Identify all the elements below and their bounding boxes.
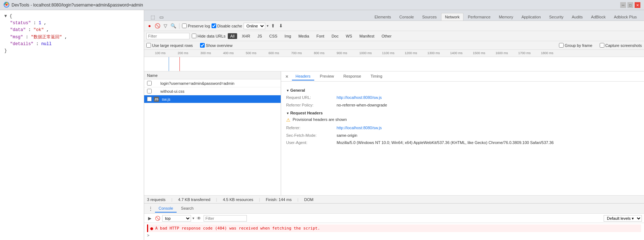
mark-700: 700 ms xyxy=(291,51,302,55)
options-bar: Use large request rows Show overview Gro… xyxy=(144,41,644,50)
filter-manifest-button[interactable]: Manifest xyxy=(357,33,377,39)
sec-fetch-value: same-origin xyxy=(337,132,639,139)
filter-other-button[interactable]: Other xyxy=(379,33,394,39)
filter-font-button[interactable]: Font xyxy=(314,33,327,39)
finish-time: Finish: 144 ms xyxy=(266,197,292,202)
req-checkbox-css[interactable] xyxy=(147,89,152,93)
json-msg-key: "msg" xyxy=(10,35,23,40)
tab-application[interactable]: Application xyxy=(518,13,545,21)
tab-audits[interactable]: Audits xyxy=(568,13,587,21)
json-collapse-toggle[interactable]: ▼ xyxy=(4,14,7,19)
log-level-select[interactable]: Default levels ▾ xyxy=(604,215,642,222)
filter-ws-button[interactable]: WS xyxy=(343,33,355,39)
request-item-swjs[interactable]: JS sw.js xyxy=(144,95,281,103)
console-tab-console[interactable]: Console xyxy=(155,205,177,213)
capture-screenshots-option[interactable]: Capture screenshots xyxy=(600,43,642,48)
referer-link[interactable]: http://localhost:8080/sw.js xyxy=(337,126,382,130)
console-filter-input[interactable] xyxy=(204,215,247,222)
transferred-size: 4.7 KB transferred xyxy=(178,197,210,202)
req-name-swjs: sw.js xyxy=(162,97,170,101)
requests-count: 3 requests xyxy=(147,197,165,202)
tab-performance[interactable]: Performance xyxy=(464,13,494,21)
filter-bar: Hide data URLs All XHR JS CSS Img Media … xyxy=(144,31,644,41)
filter-all-button[interactable]: All xyxy=(228,33,237,39)
hide-data-urls-input[interactable] xyxy=(192,34,196,38)
filter-input[interactable] xyxy=(146,33,190,39)
timeline-ruler: 100 ms 200 ms 300 ms 400 ms 500 ms 600 m… xyxy=(144,50,644,57)
filter-js-button[interactable]: JS xyxy=(255,33,265,39)
minimize-button[interactable]: ─ xyxy=(620,2,626,8)
tab-console[interactable]: Console xyxy=(395,13,418,21)
disable-cache-checkbox[interactable]: Disable cache xyxy=(212,23,242,28)
inspect-icon[interactable]: ⬚ xyxy=(149,13,156,21)
preserve-log-input[interactable] xyxy=(182,23,187,28)
search-button[interactable]: 🔍 xyxy=(170,23,177,29)
console-clear-button[interactable]: 🚫 xyxy=(154,215,161,222)
req-checkbox-login[interactable] xyxy=(147,81,152,86)
show-overview-label: Show overview xyxy=(206,43,232,48)
upload-button[interactable]: ⬆ xyxy=(270,23,276,29)
json-root: ▼ { xyxy=(4,13,139,20)
hide-data-urls-checkbox[interactable]: Hide data URLs xyxy=(192,34,226,38)
status-bar: 3 requests | 4.7 KB transferred | 4.5 KB… xyxy=(144,195,644,203)
device-icon[interactable]: ▭ xyxy=(158,13,165,21)
filter-icon-button[interactable]: ▽ xyxy=(162,23,169,29)
disable-cache-input[interactable] xyxy=(212,23,216,28)
filter-css-button[interactable]: CSS xyxy=(267,33,280,39)
large-rows-input[interactable] xyxy=(146,43,151,48)
tab-elements[interactable]: Elements xyxy=(370,13,395,21)
close-button[interactable]: ✕ xyxy=(635,2,640,8)
mark-1500: 1500 ms xyxy=(473,51,485,55)
download-button[interactable]: ⬇ xyxy=(278,23,284,29)
detail-tab-preview[interactable]: Preview xyxy=(316,73,338,80)
json-status-key: "status" xyxy=(10,21,31,26)
detail-close-button[interactable]: × xyxy=(284,74,290,79)
detail-tab-headers[interactable]: Headers xyxy=(292,73,314,80)
req-checkbox-swjs[interactable] xyxy=(147,97,152,101)
request-url-link[interactable]: http://localhost:8080/sw.js xyxy=(337,95,382,100)
capture-screenshots-input[interactable] xyxy=(600,43,604,48)
clear-button[interactable]: 🚫 xyxy=(154,23,161,29)
tab-adblock-plus[interactable]: Adblock Plus xyxy=(610,13,641,21)
tab-sources[interactable]: Sources xyxy=(418,13,440,21)
group-by-frame-input[interactable] xyxy=(559,43,564,48)
console-execute-button[interactable]: ▶ xyxy=(146,215,153,222)
tab-network[interactable]: Network xyxy=(441,13,463,21)
filter-xhr-button[interactable]: XHR xyxy=(239,33,253,39)
json-status-row: "status" : 1 , xyxy=(10,20,139,27)
filter-img-button[interactable]: Img xyxy=(282,33,294,39)
json-msg-value: "数据正常返回" xyxy=(31,35,62,40)
throttle-arrow: ▾ xyxy=(267,24,268,28)
context-arrow[interactable]: ▾ xyxy=(192,216,194,220)
console-eye-button[interactable]: 👁 xyxy=(196,215,202,222)
console-error-row: ● A bad HTTP response code (404) was rec… xyxy=(147,224,641,232)
request-item-login[interactable]: login?username=admin&password=admin xyxy=(144,79,281,87)
detail-tab-response[interactable]: Response xyxy=(340,73,365,80)
devtools-panel: ⬚ ▭ Elements Console Sources Network Per… xyxy=(144,10,644,240)
maximize-button[interactable]: □ xyxy=(627,2,633,8)
detail-tab-timing[interactable]: Timing xyxy=(367,73,386,80)
group-by-frame-label: Group by frame xyxy=(565,43,592,48)
tab-adblock[interactable]: AdBlock xyxy=(587,13,609,21)
filter-doc-button[interactable]: Doc xyxy=(329,33,341,39)
group-by-frame-option[interactable]: Group by frame xyxy=(559,43,592,48)
tab-memory[interactable]: Memory xyxy=(495,13,517,21)
network-toolbar: ● 🚫 ▽ 🔍 Preserve log Disable cache Onlin… xyxy=(144,21,644,31)
throttle-select[interactable]: Online xyxy=(244,23,265,29)
show-overview-option[interactable]: Show overview xyxy=(200,43,232,48)
error-icon: ● xyxy=(150,226,153,231)
console-area: ⋮ Console Search ▶ 🚫 top ▾ 👁 Default lev… xyxy=(144,203,644,240)
record-button[interactable]: ● xyxy=(146,23,153,29)
filter-media-button[interactable]: Media xyxy=(296,33,312,39)
preserve-log-checkbox[interactable]: Preserve log xyxy=(182,23,210,28)
show-overview-input[interactable] xyxy=(200,43,205,48)
tab-security[interactable]: Security xyxy=(545,13,568,21)
context-select[interactable]: top xyxy=(162,215,191,222)
mark-1400: 1400 ms xyxy=(450,51,463,55)
console-tab-search[interactable]: Search xyxy=(177,205,197,213)
large-rows-option[interactable]: Use large request rows xyxy=(146,43,193,48)
main-container: ▼ { "status" : 1 , "data" : "ok" , "msg"… xyxy=(0,10,644,240)
request-item-css[interactable]: without-ui.css xyxy=(144,87,281,95)
console-menu-button[interactable]: ⋮ xyxy=(147,205,154,212)
referer-row: Referer: http://localhost:8080/sw.js xyxy=(286,125,639,131)
